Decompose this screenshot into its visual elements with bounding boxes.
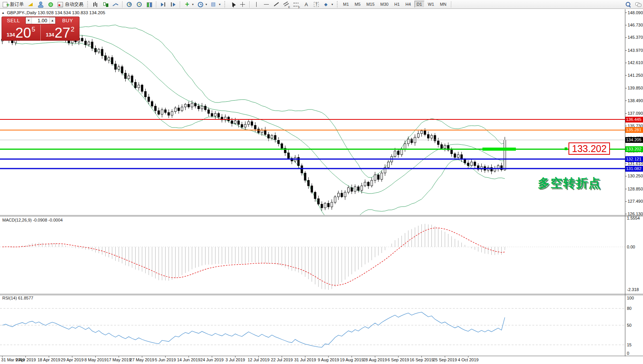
timeframe-d1-button[interactable]: D1 (414, 1, 424, 8)
neworder-icon (2, 1, 9, 8)
zoom-out-button[interactable] (134, 0, 144, 8)
macd-scale-label: 0.00 (627, 245, 635, 249)
price-axis-label: 146.730 (628, 23, 643, 27)
fibo-icon (293, 1, 300, 8)
timeframe-h1-button[interactable]: H1 (392, 1, 402, 8)
indicators-button[interactable]: ▾ (182, 0, 195, 8)
crosshair-button[interactable] (238, 0, 247, 8)
new-order-button[interactable]: 新订单 (1, 0, 25, 8)
toolbar-drag-handle (87, 1, 89, 8)
equidistant-channel-button[interactable] (282, 0, 291, 8)
macd-indicator-label: MACD(12,26,9) -0.0908 -0.0004 (2, 218, 63, 222)
volume-control: ▼ 1.00 ▲ (25, 17, 56, 24)
buy-price-prefix: 134 (46, 32, 54, 38)
timeframe-m15-button[interactable]: M15 (364, 1, 377, 8)
price-axis-label: 138.490 (628, 98, 643, 103)
volume-input[interactable]: 1.00 (32, 17, 49, 24)
cursor-button[interactable] (228, 0, 237, 8)
search-button[interactable] (623, 0, 633, 8)
mt4-window: 新订单自动交易▾▾▾▾M1M5M15M30H1H4D1W1MN ▲ GBPJPY… (0, 0, 643, 364)
symbol-ohlc-text: GBPJPY-,Daily 130.928 134.534 130.833 13… (7, 10, 105, 15)
price-level-tag: 135.281 (625, 127, 643, 133)
date-axis-label: 29 Apr 2019 (61, 357, 83, 362)
rsi-scale-label: 80 (627, 306, 631, 311)
date-axis-label: 6 Sep 2019 (388, 357, 409, 362)
magnifier-icon (625, 1, 631, 8)
sell-price-pip: 5 (31, 26, 35, 33)
auto-scroll-button[interactable] (158, 0, 168, 8)
ramp-button[interactable] (26, 0, 35, 8)
fibonacci-button[interactable] (292, 0, 301, 8)
price-level-label[interactable]: 133.202 (568, 142, 610, 155)
trendline-button[interactable] (272, 0, 281, 8)
crosshair-icon (239, 1, 246, 8)
bar-chart-button[interactable] (91, 0, 100, 8)
template-icon (210, 1, 217, 8)
autotrade-button[interactable]: 自动交易 (56, 0, 85, 8)
rsi-indicator-label: RSI(14) 61.8577 (2, 296, 33, 300)
dropdown-caret-icon[interactable]: ▾ (331, 3, 333, 6)
candle-icon (102, 1, 109, 8)
timeframe-m1-button[interactable]: M1 (341, 1, 351, 8)
price-axis-label: 137.090 (628, 111, 643, 116)
toolbar-separator (451, 1, 451, 8)
timeframe-m5-button[interactable]: M5 (352, 1, 363, 8)
buy-price[interactable]: 134 27 2 (41, 25, 80, 41)
volume-increase-button[interactable]: ▲ (49, 17, 55, 24)
timeframe-mn-button[interactable]: MN (438, 1, 449, 8)
chart-shift-button[interactable] (168, 0, 178, 8)
profile-icon (37, 1, 44, 8)
date-axis-label: 5 Jun 2019 (155, 357, 176, 362)
horizontal-line-button[interactable] (262, 0, 271, 8)
ramp-icon (27, 1, 34, 8)
price-level-tag: 131.082 (625, 166, 643, 172)
toolbar-drag-handle (336, 1, 338, 8)
channel-icon (283, 1, 290, 8)
buy-price-pip: 2 (71, 26, 74, 33)
date-axis-label: 18 Apr 2019 (38, 357, 60, 362)
chat-button[interactable] (633, 0, 643, 8)
buy-button[interactable]: BUY (56, 17, 80, 25)
price-axis-label: 148.090 (628, 10, 643, 15)
shapes-button[interactable]: ▾ (322, 0, 335, 8)
date-axis-label: 17 May 2019 (106, 357, 131, 362)
hline-icon (263, 1, 270, 8)
rsi-scale-label: 100 (627, 296, 634, 300)
volume-decrease-button[interactable]: ▼ (26, 17, 32, 24)
price-axis-label: 141.250 (628, 73, 643, 78)
timeframe-m30-button[interactable]: M30 (378, 1, 391, 8)
price-axis-label: 130.250 (628, 174, 643, 178)
zoom-in-button[interactable] (124, 0, 134, 8)
textT-icon (313, 1, 320, 8)
date-axis-label: 25 Sep 2019 (433, 357, 457, 362)
trend-icon (273, 1, 280, 8)
price-axis-label: 126.130 (628, 212, 643, 216)
price-axis-label: 128.850 (628, 187, 643, 191)
news-signal-button[interactable] (46, 0, 55, 8)
timeframe-w1-button[interactable]: W1 (426, 1, 437, 8)
line-chart-button[interactable] (111, 0, 120, 8)
periods-button[interactable]: ▾ (196, 0, 209, 8)
dropdown-caret-icon[interactable]: ▾ (192, 3, 194, 6)
sell-button[interactable]: SELL (2, 17, 25, 25)
tile-windows-button[interactable] (144, 0, 154, 8)
cursor-icon (229, 1, 236, 8)
sell-price[interactable]: 134 20 5 (2, 25, 41, 41)
clock-icon (197, 1, 204, 8)
dropdown-caret-icon[interactable]: ▾ (219, 3, 220, 6)
dropdown-caret-icon[interactable]: ▾ (205, 3, 207, 6)
date-axis-label: 28 Aug 2019 (363, 357, 387, 362)
text-button[interactable] (302, 0, 311, 8)
macd-scale-label: 1.5554 (627, 216, 640, 220)
toolbar-separator (156, 1, 156, 8)
collapse-panel-arrow-icon[interactable]: ▲ (2, 11, 5, 15)
sell-price-prefix: 134 (7, 32, 15, 38)
toolbar-separator (122, 1, 123, 8)
timeframe-h4-button[interactable]: H4 (403, 1, 413, 8)
profile-button[interactable] (36, 0, 45, 8)
templates-button[interactable]: ▾ (209, 0, 222, 8)
vertical-line-button[interactable] (252, 0, 261, 8)
candlestick-chart-button[interactable] (101, 0, 110, 8)
date-axis-label: 19 Aug 2019 (340, 357, 364, 362)
text-label-button[interactable] (312, 0, 321, 8)
